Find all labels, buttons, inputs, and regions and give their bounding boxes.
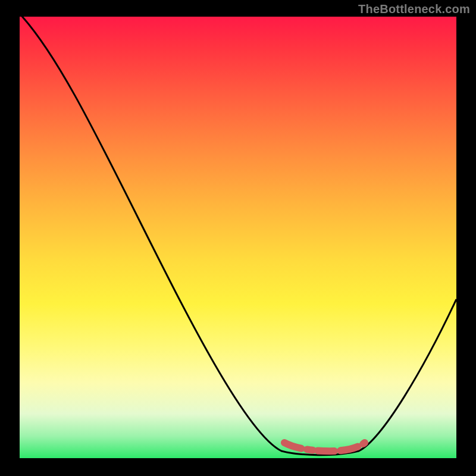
attribution-text: TheBottleneck.com xyxy=(358,2,470,16)
flat-bottom-marker xyxy=(284,443,365,451)
curve-path xyxy=(20,17,456,455)
chart-frame: TheBottleneck.com xyxy=(0,0,476,476)
plot-area xyxy=(20,17,456,458)
bottleneck-curve xyxy=(20,17,456,458)
